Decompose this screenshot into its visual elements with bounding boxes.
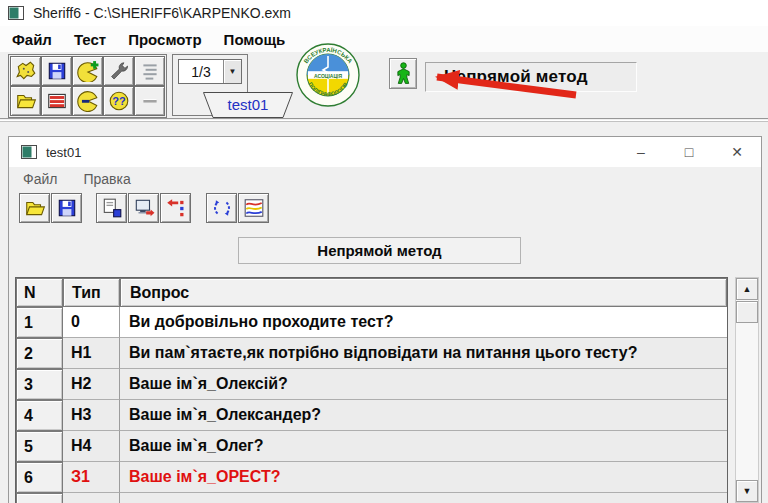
main-titlebar: Sheriff6 - C:\SHERIFF6\KARPENKO.exm (0, 0, 768, 26)
col-header-n: N (16, 278, 63, 307)
new-test-button[interactable] (10, 56, 41, 86)
green-person-icon (395, 62, 412, 85)
open-folder-icon (15, 90, 37, 112)
save-icon (56, 197, 78, 219)
import-button[interactable] (128, 193, 159, 223)
main-toolbar: ?? 1/3 ▼ ВСЕУКРАЇНСЬКА П (0, 52, 768, 119)
list-outline-icon (139, 60, 161, 82)
help-questions-button[interactable]: ?? (103, 86, 134, 116)
method-header-label: Непрямой метод (317, 242, 441, 259)
import-screen-icon (133, 197, 155, 219)
method-indicator-label: Непрямой метод (444, 67, 588, 87)
child-open-button[interactable] (19, 193, 50, 223)
remove-chart-button[interactable] (72, 86, 103, 116)
close-icon[interactable]: ✕ (713, 137, 761, 167)
add-chart-button[interactable] (72, 56, 103, 86)
minimize-icon[interactable]: – (617, 137, 665, 167)
row-number-cell (16, 493, 63, 503)
row-number-cell: 4 (16, 400, 63, 431)
row-question-cell (120, 493, 727, 503)
row-type-cell (63, 493, 120, 503)
page-indicator: 1/3 (179, 64, 223, 80)
table-header-row: N Тип Вопрос (16, 278, 727, 307)
child-window: test01 – □ ✕ Файл Правка Непрямой метод … (8, 136, 762, 503)
child-toolbar (9, 190, 761, 228)
save-icon (46, 60, 68, 82)
child-window-controls: – □ ✕ (617, 137, 761, 167)
separator-dash-icon (139, 90, 161, 112)
row-question-cell: Ваше ім`я_Олексій? (120, 369, 727, 400)
export-button[interactable] (96, 193, 127, 223)
maximize-icon[interactable]: □ (665, 137, 713, 167)
row-type-cell: Н1 (63, 338, 120, 369)
renumber-button[interactable] (206, 193, 237, 223)
settings-button[interactable] (103, 56, 134, 86)
registration-stripes-icon (46, 90, 68, 112)
col-header-type: Тип (63, 278, 120, 307)
row-question-cell: Ваше ім`я_Олег? (120, 431, 727, 462)
row-type-cell: З1 (63, 462, 120, 493)
client-divider (0, 120, 768, 122)
association-logo: ВСЕУКРАЇНСЬКА ПОЛІГРАФОЛОГІВ АСОЦІАЦІЯ (296, 43, 360, 107)
questions-table: N Тип Вопрос 1 0 Ви добровільно проходит… (15, 277, 728, 503)
separator-dash-button[interactable] (134, 86, 165, 116)
row-type-cell: Н3 (63, 400, 120, 431)
renumber-icon (211, 197, 233, 219)
child-titlebar: test01 – □ ✕ (9, 137, 761, 167)
question-row[interactable]: 1 0 Ви добровільно проходите тест? (16, 307, 727, 338)
menu-view[interactable]: Просмотр (128, 31, 201, 48)
child-menu-edit[interactable]: Правка (83, 171, 130, 187)
row-number-cell: 1 (16, 307, 63, 338)
row-question-cell: Ви добровільно проходите тест? (120, 307, 727, 338)
question-row[interactable]: 2 Н1 Ви пам`ятаєте,як потрібно відповіда… (16, 338, 727, 369)
row-question-cell: Ви пам`ятаєте,як потрібно відповідати на… (120, 338, 727, 369)
svg-text:??: ?? (112, 95, 126, 107)
menu-test[interactable]: Тест (74, 31, 106, 48)
open-folder-icon (24, 197, 46, 219)
tab-test01[interactable]: test01 (202, 92, 294, 119)
charts-view-icon (243, 197, 265, 219)
open-button[interactable] (10, 86, 41, 116)
scroll-up-icon[interactable]: ▲ (736, 278, 758, 300)
settings-wrench-icon (108, 60, 130, 82)
tab-label[interactable]: test01 (202, 92, 294, 119)
edit-sequence-icon (165, 197, 187, 219)
page-selector[interactable]: 1/3 ▼ (178, 59, 242, 84)
child-save-button[interactable] (51, 193, 82, 223)
toolbar-button-panel: ?? (8, 54, 167, 118)
registration-button[interactable] (41, 86, 72, 116)
menu-file[interactable]: Файл (12, 31, 52, 48)
question-row[interactable]: 3 Н2 Ваше ім`я_Олексій? (16, 369, 727, 400)
row-question-cell: Ваше ім`я_Олександер? (120, 400, 727, 431)
question-row[interactable]: 4 Н3 Ваше ім`я_Олександер? (16, 400, 727, 431)
menu-help[interactable]: Помощь (224, 31, 286, 48)
combo-dropdown-icon[interactable]: ▼ (223, 60, 241, 83)
method-indicator: Непрямой метод (425, 62, 637, 92)
row-number-cell: 6 (16, 462, 63, 493)
child-window-title: test01 (46, 145, 81, 160)
child-window-icon (21, 145, 37, 159)
row-number-cell: 3 (16, 369, 63, 400)
charts-view-button[interactable] (238, 193, 269, 223)
scroll-down-icon[interactable]: ▼ (736, 480, 758, 502)
vertical-scrollbar[interactable]: ▲ ▼ (735, 277, 759, 503)
list-button[interactable] (134, 56, 165, 86)
save-button[interactable] (41, 56, 72, 86)
logo-center-text: АСОЦІАЦІЯ (314, 73, 343, 79)
remove-chart-icon (77, 90, 99, 112)
help-questions-icon: ?? (108, 90, 130, 112)
question-row[interactable]: 6 З1 Ваше ім`я_ОРЕСТ? (16, 462, 727, 493)
col-header-question: Вопрос (120, 278, 727, 307)
child-menubar: Файл Правка (9, 167, 761, 190)
edit-sequence-button[interactable] (160, 193, 191, 223)
scrollbar-thumb[interactable] (736, 301, 758, 323)
examinee-button[interactable] (389, 58, 417, 89)
row-type-cell: Н2 (63, 369, 120, 400)
child-menu-file[interactable]: Файл (23, 171, 57, 187)
row-number-cell: 5 (16, 431, 63, 462)
row-type-cell: 0 (63, 307, 120, 338)
row-type-cell: Н4 (63, 431, 120, 462)
question-row[interactable]: 5 Н4 Ваше ім`я_Олег? (16, 431, 727, 462)
row-number-cell: 2 (16, 338, 63, 369)
method-header: Непрямой метод (238, 237, 521, 264)
